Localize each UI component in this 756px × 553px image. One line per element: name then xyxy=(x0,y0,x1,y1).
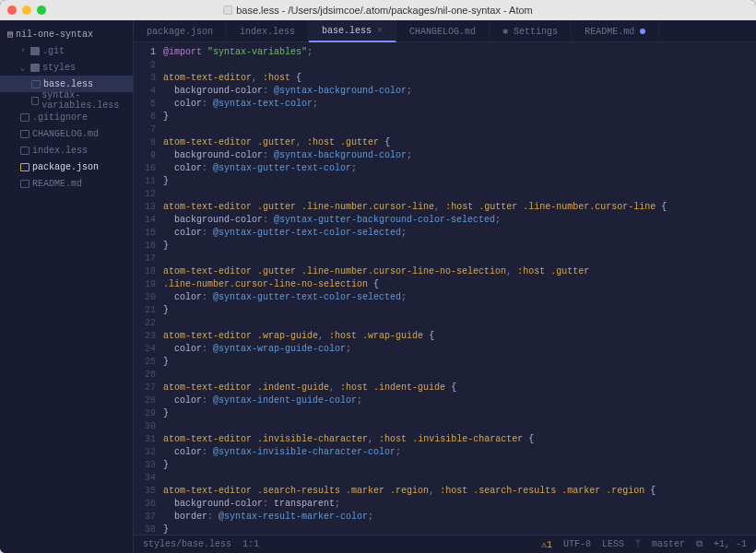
line-number[interactable]: 34 xyxy=(145,472,156,485)
line-number[interactable]: 14 xyxy=(145,214,156,227)
line-number[interactable]: 21 xyxy=(145,304,156,317)
code-line[interactable]: } xyxy=(163,407,756,420)
line-number[interactable]: 1 xyxy=(145,46,156,59)
line-number[interactable]: 20 xyxy=(145,291,156,304)
tree-item-package-json[interactable]: package.json xyxy=(0,159,133,175)
code-line[interactable] xyxy=(163,188,756,201)
line-number[interactable]: 26 xyxy=(145,369,156,382)
line-number[interactable]: 13 xyxy=(145,201,156,214)
code-line[interactable] xyxy=(163,124,756,136)
tab-package-json[interactable]: package.json xyxy=(134,20,227,42)
code-line[interactable]: atom-text-editor .search-results .marker… xyxy=(163,485,756,498)
status-lang[interactable]: LESS xyxy=(602,539,624,549)
code-line[interactable]: color: @syntax-wrap-guide-color; xyxy=(163,343,756,356)
status-diff[interactable]: +1, -1 xyxy=(714,539,747,549)
tab-settings[interactable]: ✱Settings xyxy=(490,20,572,42)
code-line[interactable] xyxy=(163,420,756,433)
tree-item-changelog-md[interactable]: CHANGELOG.md xyxy=(0,125,133,142)
close-icon[interactable]: × xyxy=(377,26,383,36)
code-line[interactable]: color: @syntax-gutter-text-color-selecte… xyxy=(163,291,756,304)
close-icon[interactable] xyxy=(7,6,17,15)
code-line[interactable]: color: @syntax-invisible-character-color… xyxy=(163,446,756,459)
code-area[interactable]: @import "syntax-variables"; atom-text-ed… xyxy=(163,42,756,535)
tab-readme-md[interactable]: README.md xyxy=(572,20,659,42)
code-line[interactable]: @import "syntax-variables"; xyxy=(163,46,756,59)
tree-item--gitignore[interactable]: .gitignore xyxy=(0,109,133,125)
line-number[interactable]: 24 xyxy=(145,343,156,356)
status-path[interactable]: styles/base.less xyxy=(143,539,231,549)
line-number[interactable]: 23 xyxy=(145,330,156,343)
line-number[interactable]: 9 xyxy=(145,149,156,162)
code-line[interactable]: atom-text-editor .wrap-guide, :host .wra… xyxy=(163,330,756,343)
line-number[interactable]: 22 xyxy=(145,317,156,330)
code-line[interactable]: color: @syntax-gutter-text-color-selecte… xyxy=(163,227,756,240)
line-number[interactable]: 4 xyxy=(145,85,156,98)
tab-base-less[interactable]: base.less× xyxy=(309,20,396,42)
line-number[interactable]: 3 xyxy=(145,72,156,85)
tree-item-readme-md[interactable]: README.md xyxy=(0,175,133,192)
editor[interactable]: 1234567891011121314151617181920212223242… xyxy=(134,42,756,535)
code-line[interactable]: atom-text-editor .gutter .line-number.cu… xyxy=(163,265,756,278)
code-line[interactable]: border: @syntax-result-marker-color; xyxy=(163,511,756,524)
status-encoding[interactable]: UTF-8 xyxy=(563,539,591,549)
code-line[interactable]: } xyxy=(163,524,756,535)
code-line[interactable]: background-color: @syntax-background-col… xyxy=(163,85,756,98)
line-number[interactable]: 29 xyxy=(145,407,156,420)
line-number[interactable]: 18 xyxy=(145,265,156,278)
line-number[interactable]: 30 xyxy=(145,420,156,433)
status-branch[interactable]: master xyxy=(652,539,685,549)
code-line[interactable]: } xyxy=(163,240,756,253)
line-number[interactable]: 12 xyxy=(145,188,156,201)
line-number[interactable]: 36 xyxy=(145,498,156,511)
code-line[interactable]: color: @syntax-text-color; xyxy=(163,98,756,111)
tab-index-less[interactable]: index.less xyxy=(227,20,309,42)
line-number[interactable]: 35 xyxy=(145,485,156,498)
code-line[interactable]: .line-number.cursor-line-no-selection { xyxy=(163,278,756,291)
line-number[interactable]: 25 xyxy=(145,356,156,369)
tree-item-styles[interactable]: ⌄styles xyxy=(0,59,133,76)
code-line[interactable]: color: @syntax-gutter-text-color; xyxy=(163,162,756,175)
tab-changelog-md[interactable]: CHANGELOG.md xyxy=(396,20,490,42)
warn-icon[interactable]: ⚠1 xyxy=(541,539,552,550)
line-number[interactable]: 6 xyxy=(145,111,156,124)
code-line[interactable]: color: @syntax-indent-guide-color; xyxy=(163,394,756,407)
code-line[interactable]: } xyxy=(163,459,756,472)
line-number[interactable]: 37 xyxy=(145,511,156,524)
code-line[interactable]: atom-text-editor, :host { xyxy=(163,72,756,85)
code-line[interactable]: atom-text-editor .invisible-character, :… xyxy=(163,433,756,446)
tree-item-syntax-variables-less[interactable]: syntax-variables.less xyxy=(0,92,133,109)
code-line[interactable] xyxy=(163,472,756,485)
code-line[interactable]: background-color: @syntax-background-col… xyxy=(163,149,756,162)
line-number[interactable]: 31 xyxy=(145,433,156,446)
minimize-icon[interactable] xyxy=(22,6,31,15)
code-line[interactable]: } xyxy=(163,111,756,124)
code-line[interactable] xyxy=(163,253,756,265)
line-number[interactable]: 2 xyxy=(145,59,156,72)
line-number[interactable]: 15 xyxy=(145,227,156,240)
line-number[interactable]: 7 xyxy=(145,124,156,136)
code-line[interactable] xyxy=(163,59,756,72)
code-line[interactable]: background-color: @syntax-gutter-backgro… xyxy=(163,214,756,227)
line-number[interactable]: 38 xyxy=(145,524,156,535)
code-line[interactable]: } xyxy=(163,304,756,317)
line-number[interactable]: 10 xyxy=(145,162,156,175)
tree-item-index-less[interactable]: index.less xyxy=(0,142,133,159)
line-number[interactable]: 8 xyxy=(145,136,156,149)
tree-root[interactable]: ▤ nil-one-syntax xyxy=(0,26,133,42)
code-line[interactable]: } xyxy=(163,175,756,188)
tree-item--git[interactable]: ›.git xyxy=(0,42,133,59)
line-number[interactable]: 19 xyxy=(145,278,156,291)
code-line[interactable]: } xyxy=(163,356,756,369)
line-number[interactable]: 32 xyxy=(145,446,156,459)
line-number[interactable]: 17 xyxy=(145,253,156,265)
code-line[interactable]: atom-text-editor .gutter .line-number.cu… xyxy=(163,201,756,214)
status-pos[interactable]: 1:1 xyxy=(242,539,259,549)
code-line[interactable]: atom-text-editor .gutter, :host .gutter … xyxy=(163,136,756,149)
code-line[interactable] xyxy=(163,317,756,330)
line-number[interactable]: 5 xyxy=(145,98,156,111)
line-number[interactable]: 33 xyxy=(145,459,156,472)
code-line[interactable]: atom-text-editor .indent-guide, :host .i… xyxy=(163,382,756,394)
line-number[interactable]: 16 xyxy=(145,240,156,253)
line-number[interactable]: 28 xyxy=(145,394,156,407)
line-number[interactable]: 27 xyxy=(145,382,156,394)
